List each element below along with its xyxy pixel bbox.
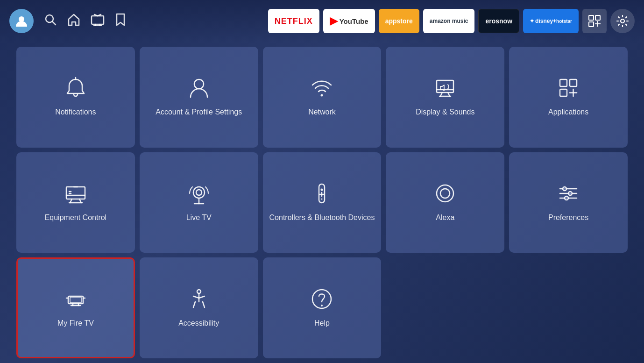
header-apps: NETFLIX ▶ YouTube appstore amazon music … [268, 9, 635, 33]
antenna-icon [188, 182, 210, 207]
tile-help[interactable]: Help [263, 257, 382, 358]
accessibility-icon [188, 288, 210, 313]
tile-alexa[interactable]: Alexa [386, 152, 504, 253]
svg-rect-18 [437, 80, 453, 93]
person-icon [188, 77, 210, 102]
wifi-icon [311, 77, 333, 102]
tile-account-label: Account & Profile Settings [156, 107, 242, 117]
tile-notifications[interactable]: Notifications [16, 47, 135, 148]
svg-point-37 [196, 190, 202, 195]
home-icon[interactable] [67, 13, 80, 29]
svg-rect-25 [560, 89, 567, 96]
tile-account-profile[interactable]: Account & Profile Settings [140, 47, 258, 148]
erosnow-button[interactable]: erosnow [478, 9, 519, 33]
tile-network[interactable]: Network [263, 47, 382, 148]
tile-help-label: Help [314, 319, 330, 328]
youtube-button[interactable]: ▶ YouTube [323, 9, 375, 33]
svg-line-2 [52, 21, 56, 25]
settings-button[interactable] [610, 9, 635, 33]
svg-rect-23 [560, 79, 567, 86]
svg-point-51 [568, 192, 572, 195]
tile-controllers-label: Controllers & Bluetooth Devices [269, 213, 375, 223]
display-icon [434, 77, 456, 102]
header: NETFLIX ▶ YouTube appstore amazon music … [0, 0, 644, 42]
tile-preferences[interactable]: Preferences [509, 152, 628, 253]
apps-icon [557, 77, 580, 102]
help-icon [311, 288, 333, 313]
settings-grid: Notifications Account & Profile Settings… [0, 42, 644, 363]
tile-my-fire-tv-label: My Fire TV [57, 319, 94, 328]
tile-equipment-control[interactable]: Equipment Control [16, 152, 135, 253]
svg-rect-24 [570, 79, 577, 86]
tile-controllers-bluetooth[interactable]: Controllers & Bluetooth Devices [263, 152, 382, 253]
tv-icon[interactable] [91, 13, 105, 29]
amazonmusic-button[interactable]: amazon music [423, 9, 475, 33]
grid-plus-button[interactable] [582, 9, 607, 33]
netflix-button[interactable]: NETFLIX [268, 9, 319, 33]
hotstar-button[interactable]: ✦ disney+hotstar [523, 9, 579, 33]
tile-accessibility[interactable]: Accessibility [140, 257, 258, 358]
svg-point-17 [321, 94, 323, 97]
bookmark-icon[interactable] [115, 13, 126, 29]
svg-rect-11 [589, 22, 594, 27]
tile-accessibility-label: Accessibility [178, 319, 219, 328]
svg-point-63 [321, 305, 323, 306]
tile-display-label: Display & Sounds [416, 107, 474, 117]
tile-alexa-label: Alexa [436, 213, 454, 223]
svg-point-50 [563, 187, 566, 191]
appstore-button[interactable]: appstore [379, 9, 419, 33]
svg-rect-10 [595, 15, 600, 20]
tile-notifications-label: Notifications [55, 107, 96, 117]
svg-point-16 [194, 79, 204, 89]
svg-point-45 [437, 185, 453, 202]
tv-monitor-icon [64, 182, 87, 207]
svg-point-46 [440, 189, 450, 198]
svg-rect-59 [70, 297, 81, 303]
tile-applications-label: Applications [548, 107, 588, 117]
tile-preferences-label: Preferences [548, 213, 588, 223]
search-icon[interactable] [44, 13, 57, 29]
svg-rect-9 [589, 15, 594, 20]
tile-display-sounds[interactable]: Display & Sounds [386, 47, 504, 148]
tile-live-tv[interactable]: Live TV [140, 152, 258, 253]
svg-point-44 [321, 199, 323, 200]
svg-point-36 [193, 187, 205, 198]
svg-point-41 [321, 189, 323, 191]
sliders-icon [557, 182, 580, 207]
tile-equipment-label: Equipment Control [45, 213, 107, 223]
tile-live-tv-label: Live TV [186, 213, 212, 223]
bell-icon [64, 77, 87, 102]
tile-network-label: Network [308, 107, 336, 117]
avatar[interactable] [9, 9, 34, 33]
svg-point-14 [621, 19, 624, 23]
tile-applications[interactable]: Applications [509, 47, 628, 148]
tile-my-fire-tv[interactable]: My Fire TV [16, 257, 135, 358]
firetv-icon [64, 288, 87, 313]
svg-point-52 [565, 196, 568, 200]
alexa-icon [434, 182, 456, 207]
remote-icon [311, 182, 333, 207]
header-left [9, 9, 126, 33]
svg-rect-3 [92, 16, 104, 24]
